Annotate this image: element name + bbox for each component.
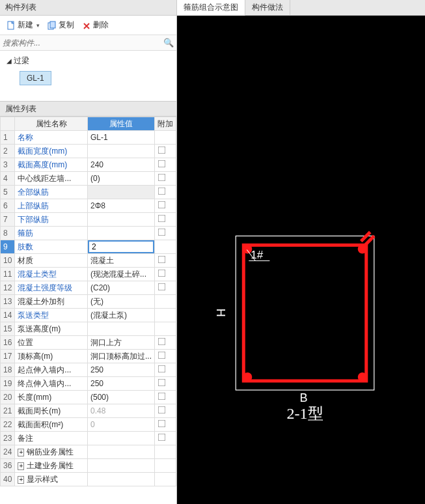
property-name[interactable]: 起点伸入墙内... — [15, 363, 88, 377]
property-value[interactable]: 洞口上方 — [87, 336, 154, 350]
delete-button[interactable]: 删除 — [79, 18, 111, 32]
property-row[interactable]: 16位置洞口上方 — [1, 336, 176, 350]
property-name[interactable]: 截面面积(m²) — [15, 418, 88, 432]
dropdown-caret-icon[interactable]: ▾ — [35, 22, 40, 29]
property-name[interactable]: 终点伸入墙内... — [15, 377, 88, 391]
property-value[interactable]: (500) — [87, 391, 154, 404]
property-name[interactable]: 截面宽度(mm) — [15, 145, 88, 158]
property-row[interactable]: 36+土建业务属性 — [1, 459, 176, 473]
property-row[interactable]: 8箍筋 — [1, 227, 176, 240]
property-row[interactable]: 14泵送类型(混凝土泵) — [1, 309, 176, 322]
property-value[interactable]: (无) — [87, 295, 154, 309]
property-name[interactable]: 截面高度(mm) — [15, 158, 88, 172]
property-name[interactable]: 名称 — [15, 131, 88, 145]
property-name[interactable]: 泵送高度(m) — [15, 322, 88, 336]
property-row[interactable]: 18起点伸入墙内...250 — [1, 363, 176, 377]
add-checkbox[interactable] — [158, 406, 166, 414]
add-checkbox[interactable] — [158, 270, 166, 277]
property-name[interactable]: 肢数 — [15, 240, 88, 254]
col-name[interactable]: 属性名称 — [15, 117, 88, 131]
new-button[interactable]: 新建 ▾ — [4, 18, 42, 32]
property-name[interactable]: 混凝土外加剂 — [15, 295, 88, 309]
property-row[interactable]: 5全部纵筋 — [1, 186, 176, 199]
property-name[interactable]: 混凝土强度等级 — [15, 281, 88, 295]
property-name[interactable]: +钢筋业务属性 — [15, 445, 88, 459]
property-row[interactable]: 12混凝土强度等级(C20) — [1, 281, 176, 295]
property-value[interactable]: (混凝土泵) — [87, 309, 154, 322]
property-value[interactable] — [87, 145, 154, 158]
property-row[interactable]: 10材质混凝土 — [1, 254, 176, 268]
add-checkbox[interactable] — [158, 160, 166, 168]
property-row[interactable]: 9肢数 — [1, 240, 176, 254]
add-checkbox[interactable] — [158, 215, 166, 223]
property-name[interactable]: 中心线距左墙... — [15, 172, 88, 186]
property-row[interactable]: 22截面面积(m²)0 — [1, 418, 176, 432]
add-checkbox[interactable] — [158, 379, 166, 387]
property-name[interactable]: 上部纵筋 — [15, 199, 88, 213]
property-row[interactable]: 6上部纵筋2Φ8 — [1, 199, 176, 213]
property-row[interactable]: 3截面高度(mm)240 — [1, 158, 176, 172]
copy-button[interactable]: 复制 — [45, 18, 77, 32]
property-row[interactable]: 4中心线距左墙...(0) — [1, 172, 176, 186]
property-name[interactable]: 箍筋 — [15, 227, 88, 240]
property-name[interactable]: 混凝土类型 — [15, 268, 88, 281]
add-checkbox[interactable] — [158, 229, 166, 236]
property-row[interactable]: 23备注 — [1, 432, 176, 445]
property-value[interactable]: GL-1 — [87, 131, 154, 145]
property-row[interactable]: 11混凝土类型(现浇混凝土碎... — [1, 268, 176, 281]
property-row[interactable]: 1名称GL-1 — [1, 131, 176, 145]
property-value[interactable] — [87, 227, 154, 240]
property-row[interactable]: 7下部纵筋 — [1, 213, 176, 227]
tree-root-item[interactable]: ◢ 过梁 — [0, 53, 176, 68]
property-row[interactable]: 21截面周长(m)0.48 — [1, 404, 176, 418]
add-checkbox[interactable] — [158, 338, 166, 346]
expand-icon[interactable]: + — [18, 476, 24, 484]
property-value[interactable] — [87, 459, 154, 473]
property-name[interactable]: +显示样式 — [15, 473, 88, 486]
property-value[interactable]: 250 — [87, 377, 154, 391]
property-row[interactable]: 2截面宽度(mm) — [1, 145, 176, 158]
tree-child-item[interactable]: GL-1 — [20, 71, 51, 85]
tab-method[interactable]: 构件做法 — [245, 0, 290, 15]
property-row[interactable]: 15泵送高度(m) — [1, 322, 176, 336]
property-value[interactable]: 250 — [87, 363, 154, 377]
search-icon[interactable]: 🔍 — [163, 38, 174, 48]
add-checkbox[interactable] — [158, 365, 166, 373]
property-name[interactable]: 截面周长(m) — [15, 404, 88, 418]
add-checkbox[interactable] — [158, 352, 166, 359]
stirrup-diagram-viewer[interactable]: 1# H B 2-1型 — [177, 16, 425, 504]
expand-icon[interactable]: + — [18, 449, 24, 456]
search-input[interactable] — [3, 38, 163, 48]
property-value[interactable]: 洞口顶标高加过... — [87, 350, 154, 363]
add-checkbox[interactable] — [158, 188, 166, 195]
property-name[interactable]: 泵送类型 — [15, 309, 88, 322]
add-checkbox[interactable] — [158, 393, 166, 400]
tab-diagram[interactable]: 箍筋组合示意图 — [177, 0, 245, 16]
property-row[interactable]: 13混凝土外加剂(无) — [1, 295, 176, 309]
add-checkbox[interactable] — [158, 256, 166, 264]
property-value[interactable] — [87, 240, 154, 254]
col-value[interactable]: 属性值 — [87, 117, 154, 131]
add-checkbox[interactable] — [158, 420, 166, 428]
property-name[interactable]: 下部纵筋 — [15, 213, 88, 227]
property-value[interactable]: (现浇混凝土碎... — [87, 268, 154, 281]
property-name[interactable]: 备注 — [15, 432, 88, 445]
add-checkbox[interactable] — [158, 201, 166, 209]
collapse-icon[interactable]: ◢ — [7, 57, 12, 64]
property-value[interactable] — [87, 322, 154, 336]
property-name[interactable]: +土建业务属性 — [15, 459, 88, 473]
property-value[interactable]: 混凝土 — [87, 254, 154, 268]
property-table-wrap[interactable]: 属性名称 属性值 附加 1名称GL-12截面宽度(mm)3截面高度(mm)240… — [0, 117, 176, 504]
property-value[interactable]: 2Φ8 — [87, 199, 154, 213]
property-value[interactable]: 0.48 — [87, 404, 154, 418]
property-value[interactable] — [87, 445, 154, 459]
property-row[interactable]: 17顶标高(m)洞口顶标高加过... — [1, 350, 176, 363]
property-value[interactable] — [87, 186, 154, 199]
property-row[interactable]: 19终点伸入墙内...250 — [1, 377, 176, 391]
add-checkbox[interactable] — [158, 147, 166, 154]
property-value[interactable]: 240 — [87, 158, 154, 172]
property-row[interactable]: 40+显示样式 — [1, 473, 176, 486]
property-name[interactable]: 位置 — [15, 336, 88, 350]
property-name[interactable]: 长度(mm) — [15, 391, 88, 404]
property-name[interactable]: 材质 — [15, 254, 88, 268]
